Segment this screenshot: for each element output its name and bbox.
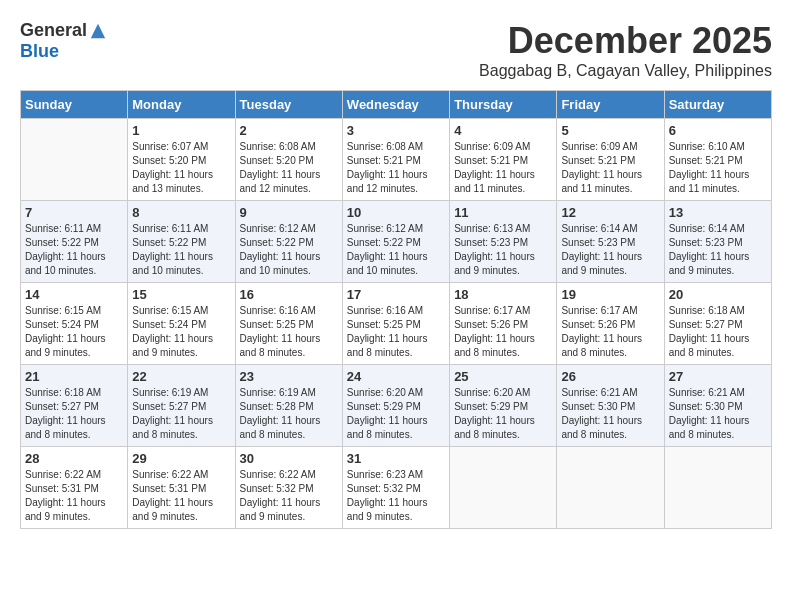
day-info: Sunrise: 6:17 AMSunset: 5:26 PMDaylight:… <box>561 304 659 360</box>
day-info: Sunrise: 6:22 AMSunset: 5:31 PMDaylight:… <box>132 468 230 524</box>
logo-general-text: General <box>20 20 87 41</box>
calendar-cell: 20Sunrise: 6:18 AMSunset: 5:27 PMDayligh… <box>664 283 771 365</box>
day-info: Sunrise: 6:20 AMSunset: 5:29 PMDaylight:… <box>347 386 445 442</box>
day-number: 30 <box>240 451 338 466</box>
calendar-cell: 5Sunrise: 6:09 AMSunset: 5:21 PMDaylight… <box>557 119 664 201</box>
day-info: Sunrise: 6:16 AMSunset: 5:25 PMDaylight:… <box>240 304 338 360</box>
day-number: 13 <box>669 205 767 220</box>
day-info: Sunrise: 6:23 AMSunset: 5:32 PMDaylight:… <box>347 468 445 524</box>
calendar-cell: 10Sunrise: 6:12 AMSunset: 5:22 PMDayligh… <box>342 201 449 283</box>
day-number: 2 <box>240 123 338 138</box>
day-number: 27 <box>669 369 767 384</box>
day-number: 20 <box>669 287 767 302</box>
day-info: Sunrise: 6:17 AMSunset: 5:26 PMDaylight:… <box>454 304 552 360</box>
location-title: Baggabag B, Cagayan Valley, Philippines <box>479 62 772 80</box>
column-header-saturday: Saturday <box>664 91 771 119</box>
calendar-cell: 21Sunrise: 6:18 AMSunset: 5:27 PMDayligh… <box>21 365 128 447</box>
calendar-week-row: 1Sunrise: 6:07 AMSunset: 5:20 PMDaylight… <box>21 119 772 201</box>
day-number: 6 <box>669 123 767 138</box>
column-header-monday: Monday <box>128 91 235 119</box>
title-area: December 2025 Baggabag B, Cagayan Valley… <box>479 20 772 80</box>
calendar-cell: 27Sunrise: 6:21 AMSunset: 5:30 PMDayligh… <box>664 365 771 447</box>
page-header: General Blue December 2025 Baggabag B, C… <box>20 20 772 80</box>
day-number: 10 <box>347 205 445 220</box>
calendar-cell: 16Sunrise: 6:16 AMSunset: 5:25 PMDayligh… <box>235 283 342 365</box>
calendar-cell: 18Sunrise: 6:17 AMSunset: 5:26 PMDayligh… <box>450 283 557 365</box>
day-number: 3 <box>347 123 445 138</box>
calendar-cell: 19Sunrise: 6:17 AMSunset: 5:26 PMDayligh… <box>557 283 664 365</box>
day-number: 22 <box>132 369 230 384</box>
calendar-cell <box>557 447 664 529</box>
day-number: 24 <box>347 369 445 384</box>
calendar-cell: 14Sunrise: 6:15 AMSunset: 5:24 PMDayligh… <box>21 283 128 365</box>
day-info: Sunrise: 6:22 AMSunset: 5:32 PMDaylight:… <box>240 468 338 524</box>
calendar-cell: 3Sunrise: 6:08 AMSunset: 5:21 PMDaylight… <box>342 119 449 201</box>
day-number: 18 <box>454 287 552 302</box>
day-info: Sunrise: 6:16 AMSunset: 5:25 PMDaylight:… <box>347 304 445 360</box>
calendar-cell: 7Sunrise: 6:11 AMSunset: 5:22 PMDaylight… <box>21 201 128 283</box>
calendar-cell <box>664 447 771 529</box>
calendar-week-row: 14Sunrise: 6:15 AMSunset: 5:24 PMDayligh… <box>21 283 772 365</box>
day-info: Sunrise: 6:09 AMSunset: 5:21 PMDaylight:… <box>454 140 552 196</box>
day-info: Sunrise: 6:10 AMSunset: 5:21 PMDaylight:… <box>669 140 767 196</box>
calendar-cell: 29Sunrise: 6:22 AMSunset: 5:31 PMDayligh… <box>128 447 235 529</box>
day-number: 19 <box>561 287 659 302</box>
calendar-cell <box>450 447 557 529</box>
day-info: Sunrise: 6:21 AMSunset: 5:30 PMDaylight:… <box>561 386 659 442</box>
day-number: 14 <box>25 287 123 302</box>
calendar-header-row: SundayMondayTuesdayWednesdayThursdayFrid… <box>21 91 772 119</box>
day-number: 31 <box>347 451 445 466</box>
calendar-table: SundayMondayTuesdayWednesdayThursdayFrid… <box>20 90 772 529</box>
calendar-cell: 6Sunrise: 6:10 AMSunset: 5:21 PMDaylight… <box>664 119 771 201</box>
calendar-cell: 1Sunrise: 6:07 AMSunset: 5:20 PMDaylight… <box>128 119 235 201</box>
calendar-week-row: 21Sunrise: 6:18 AMSunset: 5:27 PMDayligh… <box>21 365 772 447</box>
day-number: 28 <box>25 451 123 466</box>
calendar-week-row: 7Sunrise: 6:11 AMSunset: 5:22 PMDaylight… <box>21 201 772 283</box>
day-info: Sunrise: 6:21 AMSunset: 5:30 PMDaylight:… <box>669 386 767 442</box>
day-number: 17 <box>347 287 445 302</box>
day-number: 25 <box>454 369 552 384</box>
column-header-wednesday: Wednesday <box>342 91 449 119</box>
day-info: Sunrise: 6:13 AMSunset: 5:23 PMDaylight:… <box>454 222 552 278</box>
day-number: 9 <box>240 205 338 220</box>
day-info: Sunrise: 6:11 AMSunset: 5:22 PMDaylight:… <box>132 222 230 278</box>
day-info: Sunrise: 6:14 AMSunset: 5:23 PMDaylight:… <box>561 222 659 278</box>
day-info: Sunrise: 6:20 AMSunset: 5:29 PMDaylight:… <box>454 386 552 442</box>
calendar-cell: 26Sunrise: 6:21 AMSunset: 5:30 PMDayligh… <box>557 365 664 447</box>
calendar-cell: 11Sunrise: 6:13 AMSunset: 5:23 PMDayligh… <box>450 201 557 283</box>
day-info: Sunrise: 6:15 AMSunset: 5:24 PMDaylight:… <box>132 304 230 360</box>
day-info: Sunrise: 6:18 AMSunset: 5:27 PMDaylight:… <box>25 386 123 442</box>
day-info: Sunrise: 6:07 AMSunset: 5:20 PMDaylight:… <box>132 140 230 196</box>
column-header-tuesday: Tuesday <box>235 91 342 119</box>
calendar-cell: 24Sunrise: 6:20 AMSunset: 5:29 PMDayligh… <box>342 365 449 447</box>
day-number: 15 <box>132 287 230 302</box>
calendar-cell: 9Sunrise: 6:12 AMSunset: 5:22 PMDaylight… <box>235 201 342 283</box>
column-header-friday: Friday <box>557 91 664 119</box>
day-number: 26 <box>561 369 659 384</box>
day-info: Sunrise: 6:09 AMSunset: 5:21 PMDaylight:… <box>561 140 659 196</box>
day-number: 8 <box>132 205 230 220</box>
day-number: 29 <box>132 451 230 466</box>
calendar-cell <box>21 119 128 201</box>
calendar-cell: 25Sunrise: 6:20 AMSunset: 5:29 PMDayligh… <box>450 365 557 447</box>
day-info: Sunrise: 6:08 AMSunset: 5:20 PMDaylight:… <box>240 140 338 196</box>
day-number: 1 <box>132 123 230 138</box>
calendar-cell: 15Sunrise: 6:15 AMSunset: 5:24 PMDayligh… <box>128 283 235 365</box>
calendar-cell: 28Sunrise: 6:22 AMSunset: 5:31 PMDayligh… <box>21 447 128 529</box>
day-number: 4 <box>454 123 552 138</box>
day-number: 5 <box>561 123 659 138</box>
day-info: Sunrise: 6:08 AMSunset: 5:21 PMDaylight:… <box>347 140 445 196</box>
calendar-cell: 13Sunrise: 6:14 AMSunset: 5:23 PMDayligh… <box>664 201 771 283</box>
calendar-cell: 23Sunrise: 6:19 AMSunset: 5:28 PMDayligh… <box>235 365 342 447</box>
day-info: Sunrise: 6:12 AMSunset: 5:22 PMDaylight:… <box>240 222 338 278</box>
day-number: 23 <box>240 369 338 384</box>
day-info: Sunrise: 6:15 AMSunset: 5:24 PMDaylight:… <box>25 304 123 360</box>
day-number: 7 <box>25 205 123 220</box>
calendar-cell: 22Sunrise: 6:19 AMSunset: 5:27 PMDayligh… <box>128 365 235 447</box>
day-info: Sunrise: 6:11 AMSunset: 5:22 PMDaylight:… <box>25 222 123 278</box>
day-info: Sunrise: 6:18 AMSunset: 5:27 PMDaylight:… <box>669 304 767 360</box>
calendar-cell: 2Sunrise: 6:08 AMSunset: 5:20 PMDaylight… <box>235 119 342 201</box>
calendar-cell: 17Sunrise: 6:16 AMSunset: 5:25 PMDayligh… <box>342 283 449 365</box>
day-info: Sunrise: 6:12 AMSunset: 5:22 PMDaylight:… <box>347 222 445 278</box>
calendar-cell: 31Sunrise: 6:23 AMSunset: 5:32 PMDayligh… <box>342 447 449 529</box>
